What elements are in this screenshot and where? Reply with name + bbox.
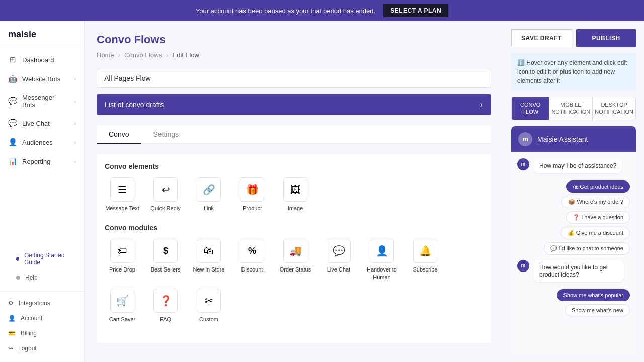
module-new-in-store[interactable]: 🛍 New in Store: [191, 239, 226, 281]
tab-desktop-notification[interactable]: DESKTOP NOTIFICATION: [593, 97, 635, 120]
chat-messages: m How may I be of assistance? 🛍 Get prod…: [511, 152, 636, 354]
element-product[interactable]: 🎁 Product: [234, 177, 270, 212]
guide-dot-icon: [16, 257, 19, 261]
help-dot-icon: [16, 276, 20, 280]
breadcrumb-sep: ›: [166, 51, 168, 59]
module-label: New in Store: [193, 266, 225, 273]
tab-convo-flow[interactable]: CONVO FLOW: [512, 97, 549, 120]
list-drafts-label: List of convo drafts: [105, 101, 164, 109]
tab-settings[interactable]: Settings: [141, 125, 191, 144]
collapse-arrow-icon: ‹: [74, 76, 76, 82]
convo-panel: Convo elements ☰ Message Text ↩ Quick Re…: [97, 154, 491, 343]
convo-settings-tabs: Convo Settings: [97, 125, 491, 144]
sidebar-item-dashboard[interactable]: ⊞ Dashboard: [0, 50, 84, 69]
quick-reply-product-ideas[interactable]: 🛍 Get product ideas: [566, 180, 630, 193]
element-message-text[interactable]: ☰ Message Text: [105, 177, 140, 212]
integrations-label: Integrations: [19, 300, 50, 307]
sidebar-item-logout[interactable]: ↪ Logout: [0, 341, 84, 356]
sidebar-item-label: Audiences: [22, 139, 53, 146]
quick-reply-new[interactable]: Show me what's new: [565, 304, 630, 316]
module-subscribe[interactable]: 🔔 Subscribe: [408, 239, 443, 281]
sidebar-item-audiences[interactable]: 👤 Audiences ‹: [0, 133, 84, 152]
sidebar-item-billing[interactable]: 💳 Billing: [0, 326, 84, 341]
breadcrumb-home[interactable]: Home: [97, 51, 114, 59]
product-icon: 🎁: [240, 177, 264, 202]
sidebar: maisie ⊞ Dashboard 🤖 Website Bots ‹ 💬 Me…: [0, 21, 85, 362]
sidebar-item-website-bots[interactable]: 🤖 Website Bots ‹: [0, 69, 84, 88]
chat-bubble-2: How would you like to get product ideas?: [533, 260, 624, 282]
tab-mobile-notification[interactable]: MOBILE NOTIFICATION: [549, 97, 593, 120]
subscribe-icon: 🔔: [413, 239, 437, 263]
collapse-arrow-icon: ‹: [74, 121, 76, 126]
quick-replies-1: 🛍 Get product ideas 📦 Where's my order? …: [517, 180, 630, 255]
panel-actions: SAVE DRAFT PUBLISH: [511, 21, 636, 47]
collapse-arrow-icon: ‹: [74, 159, 76, 164]
tab-convo[interactable]: Convo: [97, 125, 141, 144]
help-label: Help: [25, 274, 38, 281]
custom-icon: ✂: [197, 289, 221, 313]
sidebar-item-live-chat[interactable]: 💬 Live Chat ‹: [0, 114, 84, 133]
right-panel: SAVE DRAFT PUBLISH ℹ️ Hover over any ele…: [503, 21, 644, 362]
element-link[interactable]: 🔗 Link: [191, 177, 226, 212]
faq-icon: ❓: [153, 289, 178, 313]
element-label: Product: [243, 205, 262, 212]
sidebar-item-label: Website Bots: [22, 75, 60, 83]
getting-started-guide-link[interactable]: Getting Started Guide: [8, 248, 76, 270]
chat-text-1: How may I be of assistance?: [533, 158, 622, 173]
handover-icon: 👤: [370, 239, 394, 263]
module-custom[interactable]: ✂ Custom: [191, 289, 226, 323]
list-drafts-bar[interactable]: List of convo drafts ›: [97, 94, 491, 115]
link-icon: 🔗: [197, 177, 221, 202]
chat-text-2: How would you like to get product ideas?: [533, 260, 624, 282]
guide-label: Getting Started Guide: [24, 252, 68, 266]
module-cart-saver[interactable]: 🛒 Cart Saver: [105, 289, 140, 323]
page-title: Convo Flows: [97, 33, 491, 46]
view-tabs: CONVO FLOW MOBILE NOTIFICATION DESKTOP N…: [511, 97, 636, 120]
message-text-icon: ☰: [110, 177, 134, 202]
module-label: Price Drop: [109, 266, 135, 273]
sidebar-item-messenger-bots[interactable]: 💬 Messenger Bots ‹: [0, 88, 84, 114]
element-image[interactable]: 🖼 Image: [278, 177, 313, 212]
breadcrumb-convo-flows[interactable]: Convo Flows: [124, 51, 162, 59]
quick-reply-chat[interactable]: 💬 I'd like to chat to someone: [544, 242, 630, 255]
module-label: Discount: [242, 266, 263, 273]
flow-name-input[interactable]: [97, 69, 491, 88]
quick-reply-order[interactable]: 📦 Where's my order?: [561, 196, 630, 208]
sidebar-item-label: Messenger Bots: [22, 94, 69, 109]
collapse-arrow-icon: ‹: [74, 140, 76, 145]
convo-elements-title: Convo elements: [105, 162, 483, 170]
quick-reply-discount[interactable]: 💰 Give me a discount: [561, 227, 630, 239]
module-label: Order Status: [280, 266, 311, 273]
order-status-icon: 🚚: [283, 239, 307, 263]
sidebar-item-reporting[interactable]: 📊 Reporting ‹: [0, 152, 84, 171]
convo-modules-grid: 🏷 Price Drop $ Best Sellers 🛍 New in Sto…: [105, 239, 483, 323]
chat-preview: m Maisie Assistant m How may I be of ass…: [511, 126, 636, 354]
module-price-drop[interactable]: 🏷 Price Drop: [105, 239, 140, 281]
sidebar-bottom: ⚙ Integrations 👤 Account 💳 Billing ↪ Log…: [0, 291, 84, 362]
module-label: FAQ: [160, 316, 171, 323]
sidebar-item-account[interactable]: 👤 Account: [0, 311, 84, 326]
element-quick-reply[interactable]: ↩ Quick Reply: [148, 177, 183, 212]
bot-avatar-2: m: [517, 260, 529, 272]
module-order-status[interactable]: 🚚 Order Status: [278, 239, 313, 281]
publish-button[interactable]: PUBLISH: [576, 29, 636, 47]
quick-reply-question[interactable]: ❓ I have a question: [566, 211, 630, 224]
module-faq[interactable]: ❓ FAQ: [148, 289, 183, 323]
chat-avatar: m: [518, 132, 532, 146]
help-link[interactable]: Help: [8, 270, 76, 285]
avatar-letter: m: [522, 135, 528, 143]
convo-modules-title: Convo modules: [105, 224, 483, 232]
save-draft-button[interactable]: SAVE DRAFT: [511, 29, 572, 47]
module-live-chat[interactable]: 💬 Live Chat: [321, 239, 356, 281]
quick-replies-2: Show me what's popular Show me what's ne…: [517, 289, 630, 316]
chat-assistant-name: Maisie Assistant: [537, 135, 588, 143]
module-discount[interactable]: % Discount: [234, 239, 270, 281]
module-best-sellers[interactable]: $ Best Sellers: [148, 239, 183, 281]
sidebar-item-integrations[interactable]: ⚙ Integrations: [0, 296, 84, 311]
select-plan-button[interactable]: SELECT A PLAN: [383, 4, 448, 17]
quick-reply-popular[interactable]: Show me what's popular: [557, 289, 630, 301]
module-handover-human[interactable]: 👤 Handover to Human: [364, 239, 399, 281]
breadcrumb-current: Edit Flow: [173, 51, 199, 59]
sidebar-nav: ⊞ Dashboard 🤖 Website Bots ‹ 💬 Messenger…: [0, 46, 84, 244]
chat-bubble-1: How may I be of assistance?: [533, 158, 622, 173]
